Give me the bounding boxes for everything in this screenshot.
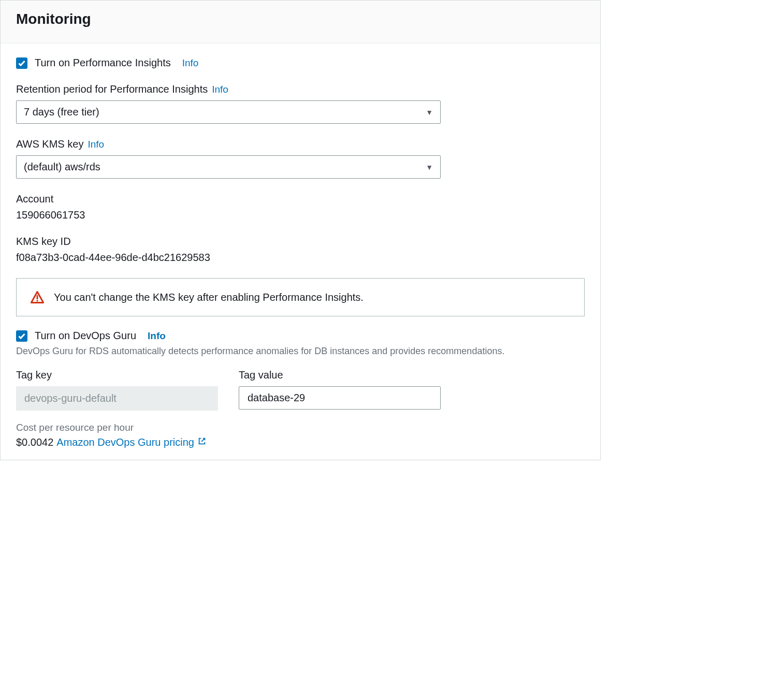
- retention-select-value: 7 days (free tier): [24, 106, 99, 118]
- tag-key-field: Tag key: [16, 369, 218, 411]
- tag-value-label: Tag value: [239, 369, 441, 381]
- tag-row: Tag key Tag value: [16, 369, 585, 411]
- performance-insights-row: Turn on Performance Insights Info: [16, 57, 585, 69]
- kms-key-label-row: AWS KMS key Info: [16, 138, 585, 150]
- tag-key-input: [16, 386, 218, 411]
- account-field: Account 159066061753: [16, 193, 585, 221]
- panel-header: Monitoring: [1, 1, 600, 43]
- svg-point-1: [36, 300, 38, 301]
- kms-key-id-label: KMS key ID: [16, 236, 585, 247]
- panel-title: Monitoring: [16, 11, 585, 27]
- kms-key-select[interactable]: (default) aws/rds ▼: [16, 155, 441, 179]
- retention-select[interactable]: 7 days (free tier) ▼: [16, 100, 441, 124]
- account-value: 159066061753: [16, 209, 585, 221]
- retention-label-row: Retention period for Performance Insight…: [16, 83, 585, 95]
- kms-key-select-value: (default) aws/rds: [24, 161, 100, 173]
- kms-key-id-field: KMS key ID f08a73b3-0cad-44ee-96de-d4bc2…: [16, 236, 585, 264]
- retention-info-link[interactable]: Info: [212, 84, 228, 95]
- account-label: Account: [16, 193, 585, 205]
- devops-guru-label: Turn on DevOps Guru: [35, 330, 136, 342]
- cost-label: Cost per resource per hour: [16, 422, 585, 433]
- chevron-down-icon: ▼: [426, 163, 433, 171]
- check-icon: [18, 332, 26, 340]
- pricing-link-text: Amazon DevOps Guru pricing: [56, 436, 194, 448]
- kms-key-label: AWS KMS key: [16, 138, 83, 150]
- kms-key-id-value: f08a73b3-0cad-44ee-96de-d4bc21629583: [16, 252, 585, 264]
- panel-body: Turn on Performance Insights Info Retent…: [1, 43, 600, 460]
- tag-key-label: Tag key: [16, 369, 218, 381]
- devops-guru-info-link[interactable]: Info: [148, 330, 166, 342]
- kms-alert-text: You can't change the KMS key after enabl…: [54, 292, 364, 303]
- external-link-icon: [197, 436, 207, 448]
- monitoring-panel: Monitoring Turn on Performance Insights …: [0, 0, 601, 460]
- performance-insights-label: Turn on Performance Insights: [35, 57, 171, 69]
- cost-line: $0.0042 Amazon DevOps Guru pricing: [16, 436, 585, 448]
- tag-value-field: Tag value: [239, 369, 441, 411]
- retention-label: Retention period for Performance Insight…: [16, 83, 208, 95]
- cost-value: $0.0042: [16, 436, 53, 448]
- check-icon: [18, 59, 26, 67]
- kms-key-field: AWS KMS key Info (default) aws/rds ▼: [16, 138, 585, 179]
- kms-alert: You can't change the KMS key after enabl…: [16, 278, 585, 316]
- pricing-link[interactable]: Amazon DevOps Guru pricing: [56, 436, 207, 448]
- devops-guru-checkbox[interactable]: [16, 330, 27, 342]
- performance-insights-info-link[interactable]: Info: [182, 57, 199, 69]
- svg-line-2: [201, 439, 205, 442]
- kms-key-info-link[interactable]: Info: [88, 139, 104, 150]
- retention-field: Retention period for Performance Insight…: [16, 83, 585, 124]
- tag-value-input[interactable]: [239, 386, 441, 410]
- cost-section: Cost per resource per hour $0.0042 Amazo…: [16, 422, 585, 448]
- warning-icon: [30, 290, 45, 304]
- devops-guru-row: Turn on DevOps Guru Info DevOps Guru for…: [16, 330, 585, 357]
- performance-insights-checkbox[interactable]: [16, 57, 27, 69]
- chevron-down-icon: ▼: [426, 108, 433, 116]
- devops-guru-description: DevOps Guru for RDS automatically detect…: [16, 346, 585, 357]
